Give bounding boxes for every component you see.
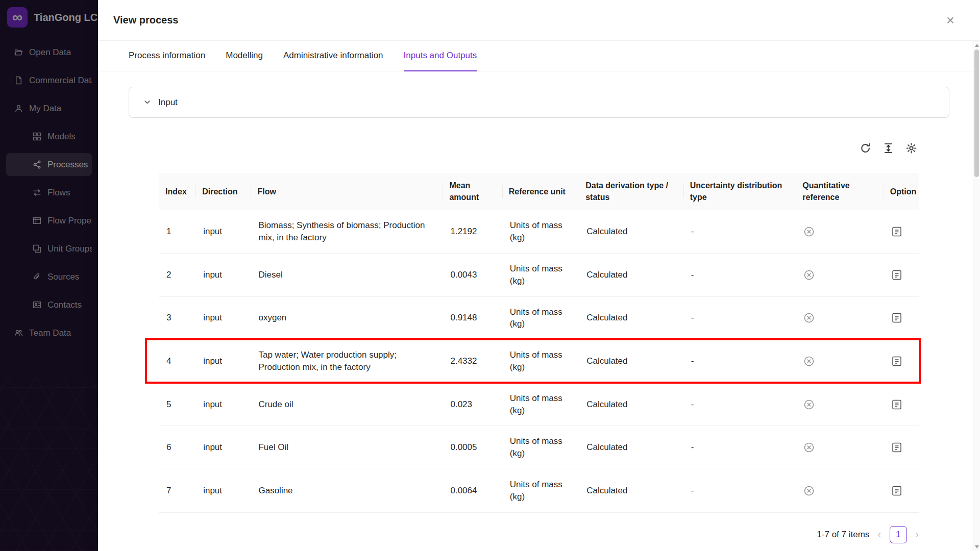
row-option-icon[interactable] (891, 399, 902, 410)
table-toolbar (159, 142, 917, 154)
tab-process-information[interactable]: Process information (129, 41, 205, 71)
table-row: 3 input oxygen 0.9148 Units of mass (kg)… (159, 296, 919, 340)
table-row: 1 input Biomass; Synthesis of biomass; P… (159, 210, 919, 254)
close-circle-icon (803, 312, 815, 323)
column-height-icon[interactable] (883, 143, 894, 154)
settings-gear-icon[interactable] (906, 143, 917, 154)
table-row: 6 input Fuel Oil 0.0005 Units of mass (k… (159, 426, 919, 469)
input-collapse-header[interactable]: Input (129, 87, 949, 118)
row-option-icon[interactable] (891, 356, 902, 367)
tab-modelling[interactable]: Modelling (226, 41, 263, 71)
drawer-content: Input Index (98, 87, 980, 543)
pagination: 1-7 of 7 items ‹ 1 › (159, 526, 919, 543)
tab-inputs-and-outputs[interactable]: Inputs and Outputs (404, 41, 477, 71)
close-icon[interactable]: × (946, 13, 954, 28)
close-circle-icon (803, 226, 815, 237)
tab-bar: Process information Modelling Administra… (98, 41, 980, 71)
pagination-page-1[interactable]: 1 (890, 526, 907, 543)
scrollbar-thumb[interactable] (974, 49, 979, 177)
col-reference-unit: Reference unit (503, 173, 579, 210)
row-option-icon[interactable] (891, 312, 902, 323)
table-row: 2 input Diesel 0.0043 Units of mass (kg)… (159, 253, 919, 296)
table-area: Index Direction Flow Mean amount Referen… (159, 142, 919, 543)
col-index: Index (159, 173, 196, 210)
close-circle-icon (803, 356, 815, 367)
col-flow: Flow (251, 173, 443, 210)
col-data-derivation: Data derivation type / status (579, 173, 684, 210)
row-option-icon[interactable] (891, 226, 902, 237)
col-option: Option (884, 173, 919, 210)
inputs-table: Index Direction Flow Mean amount Referen… (159, 173, 919, 513)
scroll-up-icon[interactable] (975, 44, 979, 47)
table-header-row: Index Direction Flow Mean amount Referen… (159, 173, 919, 210)
col-direction: Direction (196, 173, 251, 210)
close-circle-icon (803, 485, 815, 496)
scroll-down-icon[interactable] (975, 545, 979, 548)
row-option-icon[interactable] (891, 442, 902, 453)
table-row: 5 input Crude oil 0.023 Units of mass (k… (159, 383, 919, 426)
drawer-title: View process (113, 14, 178, 26)
pagination-next-icon[interactable]: › (915, 529, 919, 540)
row-option-icon[interactable] (891, 485, 902, 496)
close-circle-icon (803, 399, 815, 410)
chevron-down-icon (143, 98, 151, 106)
scrollbar (973, 41, 980, 551)
pagination-total: 1-7 of 7 items (817, 530, 869, 540)
table-row: 7 input Gasoline 0.0064 Units of mass (k… (159, 469, 919, 512)
col-quantitative-reference: Quantitative reference (796, 173, 884, 210)
pagination-prev-icon[interactable]: ‹ (877, 529, 881, 540)
close-circle-icon (803, 442, 815, 453)
col-uncertainty: Uncertainty distribution type (684, 173, 797, 210)
input-section-label: Input (158, 97, 178, 108)
col-mean-amount: Mean amount (443, 173, 502, 210)
close-circle-icon (803, 269, 815, 281)
tab-administrative-information[interactable]: Administrative information (283, 41, 383, 71)
reload-icon[interactable] (860, 143, 871, 154)
view-process-drawer: View process × Process information Model… (98, 0, 980, 551)
drawer-header: View process × (98, 0, 980, 41)
row-option-icon[interactable] (891, 269, 902, 281)
table-row-highlighted: 4 input Tap water; Water production supp… (159, 340, 919, 383)
